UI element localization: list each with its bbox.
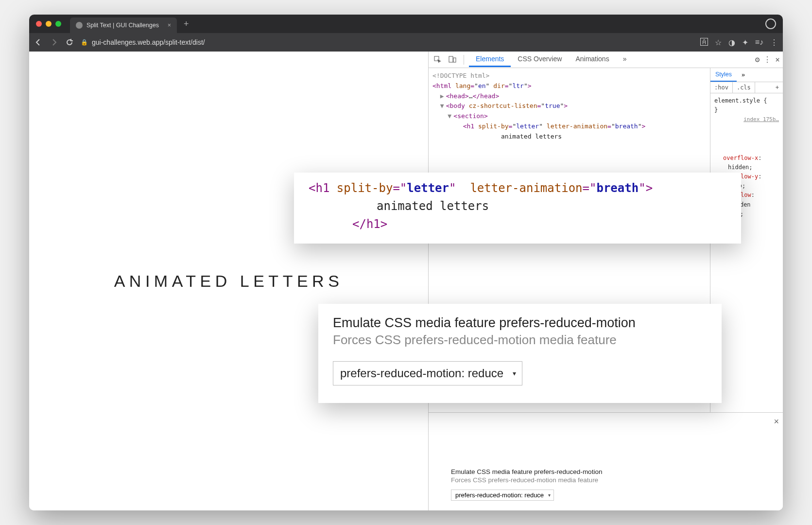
emulate-select-value: prefers-reduced-motion: reduce [340,367,503,380]
element-style-selector: element.style { [714,97,767,104]
favicon-icon [76,22,83,29]
extensions-puzzle-icon[interactable]: ✦ [742,38,748,47]
gear-icon[interactable]: ⚙ [755,55,760,64]
css-prop-overflow-x: overflow-x [723,155,758,161]
close-window-icon[interactable] [36,21,42,27]
close-drawer-icon[interactable]: × [774,417,779,427]
url-text: gui-challenges.web.app/split-text/dist/ [92,38,205,46]
emulate-overlay: Emulate CSS media feature prefers-reduce… [318,304,722,403]
device-toolbar-icon[interactable] [446,53,459,66]
rendering-desc: Forces CSS prefers-reduced-motion media … [451,476,760,484]
styles-filter-bar: :hov .cls + [710,82,783,93]
h1-open-line: <h1 split-by="letter" letter-animation="… [432,122,706,132]
rendering-title: Emulate CSS media feature prefers-reduce… [451,468,760,475]
devtools-toolbar: Elements CSS Overview Animations » ⚙ ⋮ × [429,52,783,68]
browser-tab[interactable]: Split Text | GUI Challenges × [70,18,177,33]
devtools-settings-group: ⚙ ⋮ × [755,55,780,64]
browser-window: Split Text | GUI Challenges × + 🔒 gui-ch… [29,15,783,510]
h1-text-line: animated letters [432,132,706,142]
section-line: ▼<section> [432,111,706,122]
minimize-window-icon[interactable] [46,21,52,27]
inspect-element-icon[interactable] [432,53,444,66]
animated-heading: ANIMATED LETTERS [114,272,344,291]
tab-more[interactable]: » [616,52,634,67]
kebab-icon[interactable]: ⋮ [763,55,771,64]
emulate-title: Emulate CSS media feature prefers-reduce… [333,315,707,331]
rendering-select-value: prefers-reduced-motion: reduce [455,491,544,499]
tab-elements[interactable]: Elements [469,52,511,67]
reload-button[interactable] [65,38,74,47]
cls-toggle[interactable]: .cls [733,82,755,93]
bookmark-icon[interactable]: ☆ [715,38,722,47]
tab-styles[interactable]: Styles [710,68,737,82]
styles-tabs: Styles » [710,68,783,82]
extension-icon-2[interactable]: ≡♪ [755,38,763,47]
devtools-tabs: Elements CSS Overview Animations » [469,52,753,67]
traffic-lights [36,21,61,27]
tab-css-overview[interactable]: CSS Overview [511,52,569,67]
menu-icon[interactable]: ⋮ [770,38,778,47]
styles-more[interactable]: » [737,69,750,81]
svg-rect-1 [449,56,453,62]
page-viewport: ANIMATED LETTERS [29,52,428,510]
code-line-3: </h1> [309,215,727,233]
url-field[interactable]: 🔒 gui-challenges.web.app/split-text/dist… [81,38,693,46]
tab-animations[interactable]: Animations [569,52,616,67]
lock-icon: 🔒 [81,39,88,46]
code-snippet-overlay: <h1 split-by="letter" letter-animation="… [294,173,741,244]
profile-avatar-icon[interactable] [765,18,776,29]
doctype-line: <!DOCTYPE html> [432,71,706,81]
code-line-1: <h1 split-by="letter" letter-animation="… [309,179,727,197]
emulate-desc: Forces CSS prefers-reduced-motion media … [333,332,707,348]
emulate-select[interactable]: prefers-reduced-motion: reduce [333,361,522,385]
rendering-select[interactable]: prefers-reduced-motion: reduce [451,490,554,501]
content-area: ANIMATED LETTERS Elements CSS Overview A… [29,52,783,510]
extension-icons: 🄰 ☆ ◑ ✦ ≡♪ ⋮ [700,38,778,47]
back-button[interactable] [34,38,43,47]
devtools-panel: Elements CSS Overview Animations » ⚙ ⋮ ×… [428,52,783,510]
toolbar-separator [464,55,464,65]
code-line-2: animated letters [309,197,727,215]
forward-button[interactable] [50,38,58,47]
titlebar: Split Text | GUI Challenges × + [29,15,783,33]
address-bar: 🔒 gui-challenges.web.app/split-text/dist… [29,33,783,52]
extension-icon-1[interactable]: ◑ [728,38,735,47]
translate-icon[interactable]: 🄰 [700,38,708,47]
tab-title: Split Text | GUI Challenges [86,22,159,29]
hov-toggle[interactable]: :hov [710,82,733,93]
close-devtools-icon[interactable]: × [775,55,780,64]
html-open-line: <html lang="en" dir="ltr"> [432,81,706,91]
rendering-panel: × Emulate CSS media feature prefers-redu… [429,412,783,510]
maximize-window-icon[interactable] [55,21,61,27]
rule-close: } [714,106,718,113]
new-rule-button[interactable]: + [772,82,783,93]
css-val-hidden: hidden; [728,164,753,171]
css-source-link[interactable]: index 175b… [743,116,779,122]
body-open-line: ▼<body cz-shortcut-listen="true"> [432,101,706,111]
svg-rect-2 [453,58,456,62]
close-tab-icon[interactable]: × [168,22,171,29]
new-tab-button[interactable]: + [181,19,192,29]
head-line: ▶<head>…</head> [432,91,706,102]
